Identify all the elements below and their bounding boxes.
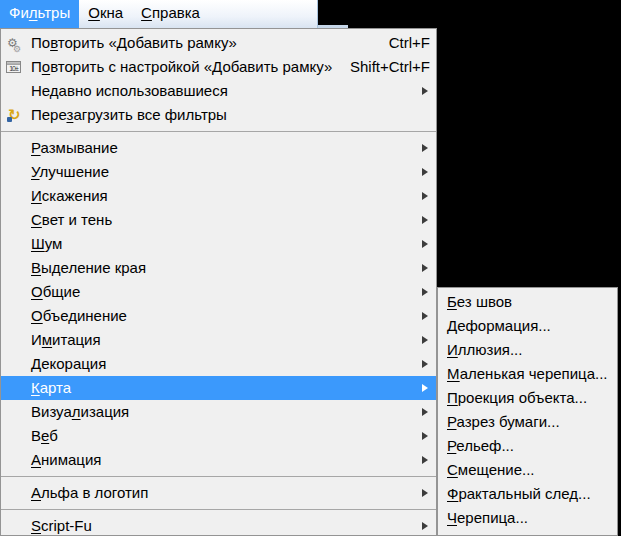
label-mnemonic: М [447,365,460,382]
menu-item-label: Искажения [31,187,108,204]
gears-icon: ⚙⚙ [6,34,24,52]
menubar-item-help[interactable]: Справка [132,0,209,28]
label-post: аленькая черепица... [460,365,608,382]
label-mnemonic: S [31,517,41,534]
label-mnemonic: Ш [31,235,45,252]
submenu-item-displace[interactable]: Смещение... [438,458,617,482]
label-pre: По [31,34,50,51]
menu-item-label: Проекция объекта... [447,389,587,406]
label-post: кна [100,4,123,21]
label-pre: Недавно использовавшиеся [31,82,228,99]
menu-item-label: Общие [31,283,80,300]
menu-item-generic[interactable]: Общие [1,280,436,304]
menu-item-light-and-shadow[interactable]: Свет и тень [1,208,436,232]
menu-separator [1,131,436,132]
submenu-item-warp[interactable]: Деформация... [438,314,617,338]
label-mnemonic: Ч [447,509,457,526]
label-mnemonic: С [447,461,458,478]
submenu-arrow-icon [422,288,428,296]
menu-item-script-fu[interactable]: Script-Fu [1,514,436,536]
shortcut-label: Shift+Ctrl+F [350,55,430,79]
submenu-arrow-icon [422,432,428,440]
refresh-blue-dot [7,117,12,122]
label-mnemonic: л [72,403,81,420]
menu-item-label: Перезагрузить все фильтры [31,106,227,123]
menu-item-web[interactable]: Веб [1,424,436,448]
label-mnemonic: в [50,34,58,51]
submenu-arrow-icon [422,489,428,497]
label-mnemonic: У [31,163,40,180]
menu-item-label: Повторить с настройкой «Добавить рамку» [31,58,332,75]
menu-item-label: Визуализация [31,403,129,420]
label-post: бщие [43,283,81,300]
menu-item-distorts[interactable]: Искажения [1,184,436,208]
menubar-item-filters[interactable]: Фильтры [0,0,79,28]
submenu-item-small-tiles[interactable]: Маленькая черепица... [438,362,617,386]
submenu-item-illusion[interactable]: Иллюзия... [438,338,617,362]
label-post: ерепица... [457,509,528,526]
menu-item-label: Маленькая черепица... [447,365,608,382]
menu-item-label: Размывание [31,139,118,156]
menu-item-label: Повторить «Добавить рамку» [31,34,237,51]
label-post: ьтры [38,4,71,21]
label-pre: Пере [31,106,66,123]
label-mnemonic: Р [447,437,456,454]
gear-glyph: ⚙ [13,37,21,55]
menu-item-label: Смещение... [447,461,535,478]
menu-item-label: Улучшение [31,163,109,180]
submenu-item-tile[interactable]: Черепица... [438,506,617,530]
menu-item-decor[interactable]: Декорация [1,352,436,376]
submenu-arrow-icon [422,192,428,200]
label-mnemonic: А [31,484,41,501]
menu-item-noise[interactable]: Шум [1,232,436,256]
label-pre: В [31,427,41,444]
submenu-item-paper-tile[interactable]: Разрез бумаги... [438,410,617,434]
menu-item-label: Карта [31,379,71,396]
menu-item-combine[interactable]: Объединение [1,304,436,328]
menu-item-repeat-filter[interactable]: ⚙⚙ Повторить «Добавить рамку» Ctrl+F [1,31,436,55]
label-post: нимация [41,451,101,468]
menu-item-edge-detect[interactable]: Выделение края [1,256,436,280]
menu-item-artistic[interactable]: Имитация [1,328,436,352]
menubar-item-windows[interactable]: Окна [79,0,132,28]
submenu-arrow-icon [422,360,428,368]
label-post: льфа в логотип [41,484,148,501]
submenu-item-map-object[interactable]: Проекция объекта... [438,386,617,410]
menu-item-label: Имитация [31,331,101,348]
menu-separator [1,476,436,477]
menu-item-enhance[interactable]: Улучшение [1,160,436,184]
label-post: екорация [41,355,106,372]
menu-item-render[interactable]: Визуализация [1,400,436,424]
label-post: торить «Добавить рамку» [58,34,237,51]
submenu-arrow-icon [422,216,428,224]
label-mnemonic: О [31,283,43,300]
menu-item-label: Script-Fu [31,517,92,534]
menu-item-animation[interactable]: Анимация [1,448,436,472]
label-post: изация [81,403,130,420]
menu-item-recently-used[interactable]: Недавно использовавшиеся [1,79,436,103]
menu-separator [1,509,436,510]
menu-item-map[interactable]: Карта [1,376,436,400]
label-mnemonic: А [31,451,41,468]
label-mnemonic: С [31,211,42,228]
submenu-item-bump-map[interactable]: Рельеф... [438,434,617,458]
label-mnemonic: м [42,331,52,348]
label-mnemonic: Б [447,293,457,310]
submenu-item-fractal-trace[interactable]: Фрактальный след... [438,482,617,506]
label-mnemonic: В [31,259,41,276]
menu-item-blur[interactable]: Размывание [1,136,436,160]
label-mnemonic: е [41,427,49,444]
label-mnemonic: Д [447,317,457,334]
submenu-arrow-icon [422,522,428,530]
submenu-arrow-icon [422,264,428,272]
submenu-arrow-icon [422,312,428,320]
label-mnemonic: С [141,4,152,21]
menu-item-alpha-to-logo[interactable]: Альфа в логотип [1,481,436,505]
label-mnemonic: И [31,187,42,204]
submenu-arrow-icon [422,144,428,152]
filters-menu: ⚙⚙ Повторить «Добавить рамку» Ctrl+F 10±… [0,28,437,536]
menu-item-reshow-filter[interactable]: 10± Повторить с настройкой «Добавить рам… [1,55,436,79]
submenu-item-seamless[interactable]: Без швов [438,290,617,314]
label-mnemonic: П [447,389,458,406]
menu-item-reset-all-filters[interactable]: ↻ Перезагрузить все фильтры [1,103,436,127]
